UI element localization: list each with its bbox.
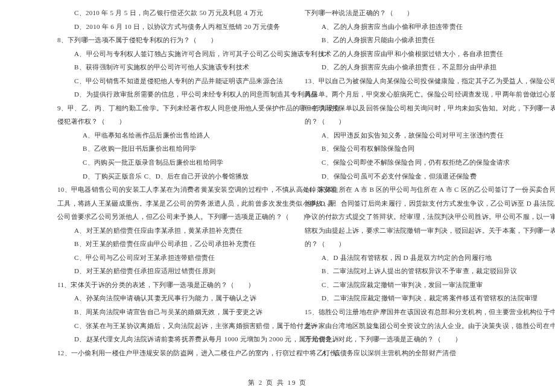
left-line: 12、一小偷利用一楼住户甲违规安装的防盗网，进入二楼住户乙的室内，行窃过程中将乙… [57, 346, 287, 360]
left-column: C、2010 年 5 月 5 日，向乙银行偿还欠款 50 万元及利息 4 万元D… [57, 6, 296, 359]
right-line: C、二审法院应裁定撤销一审判决，发回一审法院重审 [305, 278, 534, 292]
right-column: 下列哪一种说法是正确的？（ ）A、乙的人身损害应当由小偷和甲承担连带责任B、乙的… [296, 6, 534, 359]
left-line: 9、甲、乙、丙、丁相约勤工俭学。下列未经著作权人同意使用他人受保护作品的哪一行为… [57, 101, 287, 115]
left-line: D、对王某的赔偿责任承担应适用过错责任原则 [57, 264, 287, 278]
left-line: A、甲公司与专利权人签订独占实施许可合同后，许可其子公司乙公司实施该专利技术 [57, 47, 287, 61]
right-line: B、二审法院对上诉人提出的管辖权异议不予审查，裁定驳回异议 [305, 264, 534, 278]
right-line: A、乙的人身损害应当由小偷和甲承担连带责任 [305, 20, 534, 34]
left-line: A、孙某向法院申请确认其妻无民事行为能力，属于确认之诉 [57, 291, 287, 305]
right-line: A、该债务应以深圳主营机构的全部财产清偿 [305, 346, 534, 360]
right-line: C、乙的人身损害应由甲和小偷根据过错大小，各自承担责任 [305, 47, 534, 61]
right-line: 争议的付款方式提交了答辩状。经审理，法院判决甲公司胜诉。甲公司不服，以一审法院无… [305, 210, 534, 224]
left-line: B、获得强制许可实施权的甲公司许可他人实施该专利技术 [57, 60, 287, 74]
left-line: C、2010 年 5 月 5 日，向乙银行偿还欠款 50 万元及利息 4 万元 [57, 6, 287, 20]
right-line: 是一家由台湾地区凯旋集团公司全资设立的法人企业。由于决策失误，德胜公司在中国欠下… [305, 319, 534, 333]
right-line: 地为 D 县。合同签订后尚未履行，因货款支付方式发生争议，乙公司诉至 D 县法院… [305, 197, 534, 210]
right-line: 14、宋体住所在 A 市 B 区的甲公司与住所在 A 市 C 区的乙公司签订了一… [305, 183, 534, 197]
right-line: B、乙的人身损害只能由小偷承担责任 [305, 33, 534, 47]
left-line: B、周某向法院申请宣告自己与吴某的婚姻无效，属于变更之诉 [57, 305, 287, 319]
page-body: C、2010 年 5 月 5 日，向乙银行偿还欠款 50 万元及利息 4 万元D… [0, 0, 555, 378]
left-line: D、为提供行政审批所需要的信息，甲公司未经专利权人的同意而制造其专利药品 [57, 87, 287, 101]
left-line: 侵犯著作权？（ ） [57, 115, 287, 128]
left-line: A、对王某的赔偿责任应由李某承担，黄某承担补充责任 [57, 224, 287, 238]
right-line: 下列哪一种说法是正确的？（ ） [305, 6, 534, 20]
right-line: 13、甲以自己为被保险人向某保险公司投保健康险，指定其子乙为受益人，保险公司承保… [305, 74, 534, 88]
left-line: C、甲公司销售不知道是侵犯他人专利的产品并能证明该产品来源合法 [57, 74, 287, 88]
right-line: D、二审法院应裁定撤销一审判决，裁定将案件移送有管辖权的法院审理 [305, 291, 534, 305]
right-line: 15、德胜公司注册地在萨摩国并在该国设有总部和分支机构，但主要营业机构位于中国深… [305, 305, 534, 319]
right-line: 万元债务。对此，下列哪一选项是正确的？（ ） [305, 332, 534, 346]
page-footer: 第 2 页 共 19 页 [0, 378, 555, 387]
right-line: B、保险公司有权解除保险合同 [305, 142, 534, 156]
left-line: 8、下列哪一选项不属于侵犯专利权的行为？（ ） [57, 33, 287, 47]
left-line: 公司曾要求乙公司另派他人，但乙公司未予换人。下列哪一选项是正确的？（ ） [57, 210, 287, 224]
right-line: C、保险公司即使不解除保险合同，仍有权拒绝乙的保险金请求 [305, 156, 534, 169]
left-line: A、甲临摹知名绘画作品后廉价出售给路人 [57, 128, 287, 142]
right-line: D、保险公司虽可不必支付保险金，但须退还保险费 [305, 169, 534, 183]
left-line: B、乙收购一批旧书后廉价出租给同学 [57, 142, 287, 156]
right-line: D、乙的人身损害应先由小偷承担责任，不足部分由甲承担 [305, 60, 534, 74]
right-line: 的？（ ） [305, 115, 534, 128]
left-line: C、甲公司与乙公司应对王某承担连带赔偿责任 [57, 251, 287, 265]
right-line: 具保单。两个月后，甲突发心脏病死亡。保险公司经调查发现，甲两年前曾做过心脏搭桥手… [305, 87, 534, 101]
left-line: D、赵某代理女儿向法院诉请前妻将抚养费从每月 1000 元增加为 2000 元，… [57, 332, 287, 346]
left-line: C、丙购买一批正版录音制品后廉价出租给同学 [57, 156, 287, 169]
right-line: 的？（ ） [305, 237, 534, 251]
right-line: 但在填写投保单以及回答保险公司相关询问时，甲均未如实告知。对此，下列哪一表述是正… [305, 101, 534, 115]
left-line: 10、甲电器销售公司的安装工人李某在为消费者黄某安装空调的过程中，不慎从高处掉落… [57, 183, 287, 197]
right-line: A、因甲违反如实告知义务，故保险公司对甲可主张违约责任 [305, 128, 534, 142]
left-line: 11、宋体关于诉的分类的表述，下列哪一选项是正确的？（ ） [57, 278, 287, 292]
left-line: 工具，将路人王某砸成重伤。李某是乙公司的劳务派遣人员，此前曾多次发生类似小事故。… [57, 197, 287, 210]
left-line: D、2010 年 6 月 10 日，以协议方式与债务人丙相互抵销 20 万元债务 [57, 20, 287, 34]
left-line: D、丁购买正版音乐 C、D、后在自己开设的小餐馆播放 [57, 169, 287, 183]
right-line: 辖权为由提起上诉，要求二审法院撤销一审判决，驳回起诉。关于本案，下列哪一表述是正… [305, 224, 534, 238]
right-line: A、D 县法院有管辖权，因 D 县是双方约定的合同履行地 [305, 251, 534, 265]
left-line: B、对王某的赔偿责任应由甲公司承担，乙公司承担补充责任 [57, 237, 287, 251]
left-line: C、张某在与王某协议离婚后，又向法院起诉，主张离婚损害赔偿，属于给付之诉 [57, 319, 287, 333]
